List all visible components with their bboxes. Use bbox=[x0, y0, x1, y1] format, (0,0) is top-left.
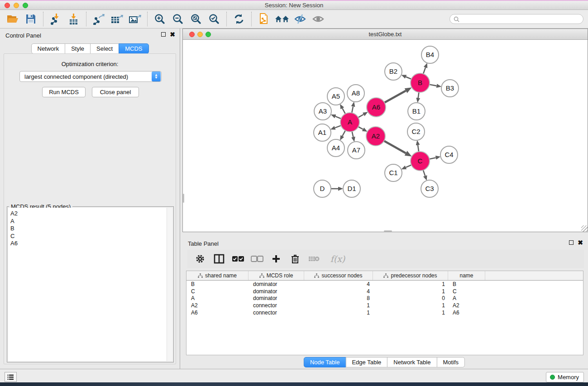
zoom-in-button[interactable] bbox=[151, 11, 169, 27]
close-panel-button[interactable]: Close panel bbox=[92, 87, 139, 97]
result-item-A[interactable]: A bbox=[10, 218, 172, 225]
zoom-out-button[interactable] bbox=[169, 11, 187, 27]
graph-edge-A-A5[interactable] bbox=[342, 108, 345, 114]
table-row-A6[interactable]: A6connector11A6 bbox=[186, 309, 583, 316]
result-item-A6[interactable]: A6 bbox=[10, 240, 172, 248]
column-header-predecessor-nodes[interactable]: predecessor nodes bbox=[373, 271, 448, 280]
zoom-window-button[interactable] bbox=[23, 3, 28, 8]
tab-network[interactable]: Network bbox=[31, 43, 65, 54]
network-minimize-button[interactable] bbox=[197, 32, 203, 37]
graph-node-A2[interactable]: A2 bbox=[366, 127, 385, 146]
graph-node-A4[interactable]: A4 bbox=[327, 139, 344, 157]
graph-node-B3[interactable]: B3 bbox=[441, 80, 459, 97]
graph-node-A1[interactable]: A1 bbox=[314, 124, 331, 141]
graph-edge-C-C2[interactable] bbox=[418, 145, 419, 152]
table-row-A2[interactable]: A2connector11A2 bbox=[186, 302, 583, 309]
run-mcds-button[interactable]: Run MCDS bbox=[42, 87, 86, 97]
table-row-B[interactable]: Bdominator41B bbox=[186, 281, 583, 288]
graph-node-A7[interactable]: A7 bbox=[348, 142, 365, 159]
column-header-mcds-role[interactable]: MCDS role bbox=[249, 271, 304, 280]
tab-style[interactable]: Style bbox=[65, 43, 91, 54]
graph-node-D[interactable]: D bbox=[314, 180, 331, 197]
graph-edge-B-B2[interactable] bbox=[406, 77, 411, 79]
select-all-button[interactable] bbox=[232, 252, 244, 266]
export-image-button[interactable] bbox=[126, 11, 144, 27]
float-table-panel-icon[interactable] bbox=[569, 240, 574, 245]
save-session-button[interactable] bbox=[22, 11, 40, 27]
settings-gear-button[interactable] bbox=[194, 252, 206, 266]
tab-select[interactable]: Select bbox=[90, 43, 119, 54]
graph-edge-A2-C[interactable] bbox=[384, 141, 406, 153]
search-input[interactable] bbox=[462, 16, 579, 22]
graph-node-B[interactable]: B bbox=[411, 73, 430, 92]
column-header-shared-name[interactable]: shared name bbox=[186, 271, 249, 280]
graph-edge-B-B3[interactable] bbox=[430, 85, 437, 86]
column-header-name[interactable]: name bbox=[448, 271, 485, 280]
graph-node-C2[interactable]: C2 bbox=[407, 123, 425, 140]
graph-edge-B-B1[interactable] bbox=[418, 92, 419, 98]
result-item-A2[interactable]: A2 bbox=[10, 210, 172, 218]
graph-node-C3[interactable]: C3 bbox=[421, 180, 438, 197]
canvas-vertical-scroll-indicator[interactable] bbox=[183, 194, 184, 203]
close-panel-icon[interactable]: ✖ bbox=[170, 32, 175, 37]
close-window-button[interactable] bbox=[5, 3, 10, 8]
mcds-result-list[interactable]: A2ABCA6 bbox=[8, 208, 172, 361]
network-close-button[interactable] bbox=[189, 32, 195, 37]
graph-edge-A-A8[interactable] bbox=[352, 106, 353, 113]
graph-edge-C-C1[interactable] bbox=[406, 165, 411, 167]
graph-edge-A-A2[interactable] bbox=[358, 127, 363, 129]
graph-node-C1[interactable]: C1 bbox=[385, 164, 402, 181]
optimization-criterion-select[interactable]: largest connected component (directed) ▲… bbox=[19, 71, 162, 82]
hide-selected-button[interactable] bbox=[291, 11, 309, 27]
search-field[interactable] bbox=[449, 14, 583, 24]
split-view-button[interactable] bbox=[213, 252, 225, 266]
network-zoom-button[interactable] bbox=[206, 32, 211, 37]
function-builder-button[interactable]: f(x) bbox=[327, 252, 349, 266]
task-history-button[interactable] bbox=[5, 372, 17, 382]
import-network-button[interactable] bbox=[47, 11, 65, 27]
first-neighbors-button[interactable] bbox=[273, 11, 291, 27]
tab-mcds[interactable]: MCDS bbox=[119, 43, 148, 54]
graph-edge-A6-B[interactable] bbox=[384, 91, 406, 103]
import-table-button[interactable] bbox=[65, 11, 83, 27]
export-network-button[interactable] bbox=[90, 11, 108, 27]
delete-column-button[interactable] bbox=[289, 252, 301, 266]
graph-node-A3[interactable]: A3 bbox=[314, 103, 331, 120]
graph-node-A[interactable]: A bbox=[340, 113, 359, 132]
column-header-successor-nodes[interactable]: successor nodes bbox=[304, 271, 373, 280]
table-row-A[interactable]: Adominator80A bbox=[186, 295, 583, 302]
graph-edge-C-C3[interactable] bbox=[423, 170, 425, 176]
graph-edge-A-A6[interactable] bbox=[358, 114, 363, 118]
zoom-fit-button[interactable] bbox=[187, 11, 205, 27]
export-table-button[interactable] bbox=[108, 11, 126, 27]
minimize-window-button[interactable] bbox=[14, 3, 19, 8]
graph-edge-A-A3[interactable] bbox=[335, 116, 341, 119]
result-item-C[interactable]: C bbox=[10, 233, 172, 240]
open-session-button[interactable] bbox=[4, 11, 22, 27]
network-window-titlebar[interactable]: testGlobe.txt bbox=[183, 29, 588, 40]
graph-edge-B-B4[interactable] bbox=[423, 67, 425, 74]
graph-node-A8[interactable]: A8 bbox=[347, 85, 364, 102]
tab-motifs[interactable]: Motifs bbox=[436, 357, 465, 367]
zoom-selected-button[interactable] bbox=[205, 11, 223, 27]
canvas-horizontal-scroll-indicator[interactable] bbox=[384, 230, 392, 232]
graph-node-A5[interactable]: A5 bbox=[327, 88, 344, 105]
graph-edge-A-A7[interactable] bbox=[352, 132, 354, 137]
network-from-document-button[interactable] bbox=[255, 11, 273, 27]
deselect-all-button[interactable] bbox=[251, 252, 263, 266]
graph-node-D1[interactable]: D1 bbox=[343, 180, 360, 197]
graph-node-B4[interactable]: B4 bbox=[421, 46, 439, 63]
tab-edge-table[interactable]: Edge Table bbox=[345, 357, 387, 367]
tab-node-table[interactable]: Node Table bbox=[304, 357, 346, 367]
memory-button[interactable]: Memory bbox=[546, 372, 584, 382]
refresh-button[interactable] bbox=[230, 11, 248, 27]
delete-table-button[interactable] bbox=[308, 252, 320, 266]
graph-node-C4[interactable]: C4 bbox=[440, 146, 458, 163]
network-canvas[interactable]: AA1A2A3A4A5A6A7A8BB1B2B3B4CC1C2C3C4DD1 bbox=[183, 40, 588, 232]
graph-edge-A-A4[interactable] bbox=[342, 130, 345, 136]
window-resize-grip[interactable] bbox=[581, 225, 588, 232]
graph-node-C[interactable]: C bbox=[411, 152, 430, 171]
graph-edge-A-A1[interactable] bbox=[335, 125, 341, 128]
graph-node-B2[interactable]: B2 bbox=[385, 63, 402, 80]
show-all-button[interactable] bbox=[309, 11, 327, 27]
